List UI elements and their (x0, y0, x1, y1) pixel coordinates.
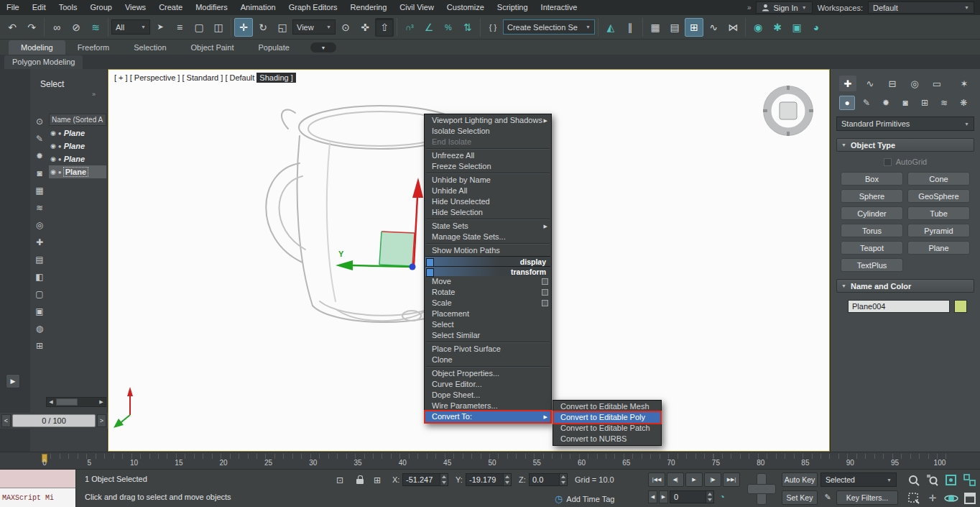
select-and-place-icon[interactable]: ⇧ (375, 18, 394, 37)
plane-button[interactable]: Plane (907, 241, 970, 255)
explorer-toolbar-icon[interactable]: ✚ (32, 234, 47, 250)
geosphere-button[interactable]: GeoSphere (907, 189, 970, 203)
motion-tab-icon[interactable]: ◎ (906, 76, 923, 91)
explorer-toolbar-icon[interactable]: ▤ (32, 252, 47, 267)
navigation-pad[interactable] (747, 473, 776, 505)
next-frame-button[interactable]: > (97, 414, 106, 427)
menu-item-viewport-lighting-and-shadows[interactable]: Viewport Lighting and Shadows▶ (425, 115, 550, 126)
mirror-icon[interactable]: ◭ (601, 18, 620, 37)
explorer-toolbar-icon[interactable]: ◙ (32, 165, 47, 181)
render-production-icon[interactable]: ◕ (807, 18, 826, 37)
snaps-toggle-icon[interactable]: ∩³ (400, 18, 419, 37)
key-filters-button[interactable]: Key Filters... (836, 490, 898, 505)
explorer-toolbar-icon[interactable]: ≋ (32, 200, 47, 215)
list-item[interactable]: ◉ ● Plane (49, 152, 106, 165)
menu-item-placement[interactable]: Placement (425, 309, 550, 319)
object-color-swatch[interactable] (954, 300, 967, 313)
workspace-dropdown[interactable]: Default ▼ (868, 1, 974, 14)
current-frame-field[interactable]: 0 (670, 490, 714, 503)
explorer-horizontal-scrollbar[interactable]: ◀ ▶ (46, 397, 106, 407)
undo-icon[interactable]: ↶ (3, 18, 22, 37)
menu-item-convert-to-editable-mesh[interactable]: Convert to Editable Mesh (554, 401, 660, 412)
angle-snap-icon[interactable]: ∠ (420, 18, 438, 37)
menu-modifiers[interactable]: Modifiers (189, 0, 234, 15)
menu-item-clone[interactable]: Clone (425, 355, 550, 365)
window-crossing-icon[interactable]: ◫ (209, 18, 228, 37)
pyramid-button[interactable]: Pyramid (907, 224, 970, 237)
key-mode-dropdown[interactable]: Selected ▼ (820, 472, 897, 487)
quad-label-display[interactable]: display (425, 256, 550, 266)
select-and-move-icon[interactable]: ✛ (234, 18, 253, 37)
select-by-name-icon[interactable]: ≡ (170, 18, 189, 37)
quad-label-transform[interactable]: transform (425, 266, 550, 276)
menu-item-hide-unselected[interactable]: Hide Unselected (425, 196, 550, 207)
selection-brackets-icon[interactable]: ⊡ (333, 474, 346, 487)
cameras-category-icon[interactable]: ◙ (897, 96, 913, 110)
viewport-label-text[interactable]: [ + ] [ Perspective ] [ Standard ] [ Def… (114, 73, 254, 82)
scene-explorer-menu-icon[interactable]: » (92, 91, 96, 98)
viewport-label[interactable]: [ + ] [ Perspective ] [ Standard ] [ Def… (114, 73, 296, 82)
explorer-toolbar-icon[interactable]: ◧ (32, 269, 47, 284)
menu-file[interactable]: File (0, 0, 26, 15)
spinner-icon[interactable] (440, 474, 448, 485)
menu-item-move[interactable]: Move (425, 276, 550, 287)
listener-macro-cell[interactable] (0, 470, 75, 488)
visibility-icon[interactable]: ◉ (50, 168, 56, 175)
object-name-field[interactable]: Plane004 (848, 300, 950, 313)
set-key-button[interactable]: Set Key (782, 490, 818, 505)
visibility-icon[interactable]: ◉ (50, 129, 56, 137)
tab-modeling[interactable]: Modeling (9, 40, 65, 55)
tab-populate[interactable]: Populate (246, 40, 301, 55)
tab-object-paint[interactable]: Object Paint (179, 40, 246, 55)
cone-button[interactable]: Cone (907, 172, 970, 186)
menu-item-scale[interactable]: Scale (425, 298, 550, 309)
orbit-icon[interactable] (943, 490, 960, 506)
menu-item-object-properties[interactable]: Object Properties... (425, 368, 550, 379)
y-coordinate-field[interactable]: -19.179 (466, 473, 512, 486)
ribbon-config-dropdown[interactable]: ▼ (310, 42, 336, 52)
select-and-manipulate-icon[interactable]: ✜ (356, 18, 374, 37)
menu-item-rotate[interactable]: Rotate (425, 287, 550, 298)
menu-item-show-motion-paths[interactable]: Show Motion Paths (425, 245, 550, 256)
menu-item-freeze-selection[interactable]: Freeze Selection (425, 161, 550, 172)
menu-interactive[interactable]: Interactive (535, 0, 584, 15)
menu-animation[interactable]: Animation (234, 0, 282, 15)
reference-coordinate-dropdown[interactable]: View ▼ (292, 19, 336, 35)
menu-item-select[interactable]: Select (425, 319, 550, 330)
go-to-end-button[interactable]: ▶▶| (723, 472, 740, 487)
time-configuration-icon[interactable]: ◔ (716, 490, 729, 503)
shapes-category-icon[interactable]: ✎ (859, 96, 874, 110)
tab-polygon-modeling[interactable]: Polygon Modeling (4, 55, 83, 69)
zoom-icon[interactable] (905, 472, 923, 488)
redo-icon[interactable]: ↷ (22, 18, 41, 37)
x-coordinate-field[interactable]: -51.247 (402, 473, 448, 486)
auto-key-button[interactable]: Auto Key (782, 472, 818, 487)
scroll-right-icon[interactable]: ▶ (97, 399, 106, 405)
spinner-icon[interactable] (503, 474, 511, 485)
menu-item-convert-to-editable-patch[interactable]: Convert to Editable Patch (554, 423, 660, 434)
select-and-rotate-icon[interactable]: ↻ (254, 18, 272, 37)
menu-item-state-sets[interactable]: State Sets▶ (425, 221, 550, 232)
menu-edit[interactable]: Edit (26, 0, 52, 15)
spinner-icon[interactable] (706, 491, 713, 503)
list-item-selected[interactable]: ◉ ● Plane (49, 165, 106, 178)
menu-views[interactable]: Views (119, 0, 152, 15)
menu-item-unhide-all[interactable]: Unhide All (425, 186, 550, 196)
menu-item-unfreeze-all[interactable]: Unfreeze All (425, 150, 550, 161)
geometry-category-icon[interactable]: ● (839, 96, 855, 110)
menu-civil-view[interactable]: Civil View (393, 0, 440, 15)
play-button[interactable]: ▶ (685, 472, 703, 487)
zoom-extents-icon[interactable] (943, 472, 960, 488)
toggle-layer-explorer-icon[interactable]: ▤ (665, 18, 684, 37)
explorer-column-header[interactable]: Name (Sorted A (49, 114, 106, 126)
panel-flyout-button[interactable]: ▶ (6, 374, 20, 388)
sign-in-dropdown[interactable]: Sign In ▼ (756, 1, 812, 14)
teapot-button[interactable]: Teapot (841, 241, 903, 255)
menu-item-hide-selection[interactable]: Hide Selection (425, 207, 550, 218)
object-type-rollout-header[interactable]: ▼ Object Type (836, 138, 974, 152)
menu-item-convert-to-editable-poly[interactable]: Convert to Editable Poly (554, 412, 660, 423)
display-tab-icon[interactable]: ▭ (928, 76, 946, 91)
rotate-settings-icon[interactable] (542, 289, 548, 296)
tube-button[interactable]: Tube (907, 206, 970, 220)
explorer-toolbar-icon[interactable]: ▣ (32, 303, 47, 319)
